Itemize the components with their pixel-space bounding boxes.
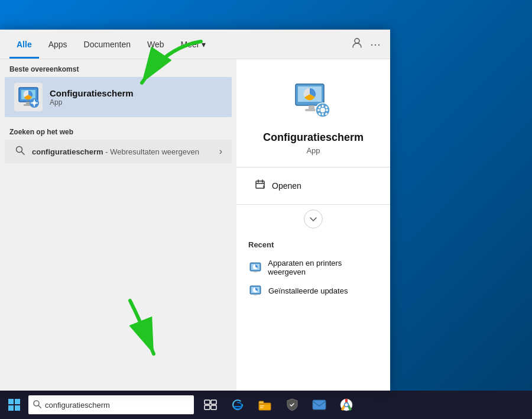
- windows-icon: [8, 399, 20, 411]
- svg-rect-25: [317, 109, 320, 111]
- expand-button[interactable]: [304, 210, 323, 228]
- svg-rect-39: [254, 294, 257, 295]
- svg-rect-47: [211, 405, 216, 410]
- recent-item-2-icon: [248, 283, 262, 298]
- tabs-right: ⋯: [351, 37, 381, 51]
- desktop: Alle Apps Documenten Web Meer ▾: [0, 0, 532, 419]
- right-app-icon: [290, 77, 337, 124]
- taskbar-search-icon: [33, 400, 41, 410]
- web-search-rest: - Webresultaten weergeven: [103, 147, 199, 156]
- start-button[interactable]: [0, 391, 28, 419]
- svg-rect-51: [260, 407, 263, 408]
- mail-button[interactable]: [307, 393, 331, 417]
- right-panel-actions: Openen: [236, 167, 390, 205]
- right-panel-top: Configuratiescherm App: [236, 59, 390, 167]
- recent-item-1-icon: [248, 260, 262, 275]
- more-options-icon[interactable]: ⋯: [370, 38, 381, 51]
- recent-item-1-label: Apparaten en printers weergeven: [268, 259, 378, 276]
- left-panel: Beste overeenkomst: [0, 59, 236, 391]
- app-icon-wrapper: [14, 83, 43, 111]
- security-button[interactable]: [280, 393, 304, 417]
- app-title: Configuratiescherm: [50, 88, 134, 98]
- web-section-header: Zoeken op het web: [0, 122, 236, 140]
- svg-rect-44: [205, 400, 210, 404]
- svg-line-43: [38, 405, 41, 408]
- best-match-header: Beste overeenkomst: [0, 59, 236, 77]
- svg-rect-46: [205, 405, 210, 410]
- taskview-button[interactable]: [199, 393, 222, 417]
- taskview-icon: [204, 399, 217, 410]
- svg-point-8: [33, 101, 36, 105]
- svg-rect-24: [322, 113, 324, 115]
- recent-item-1[interactable]: Apparaten en printers weergeven: [248, 255, 378, 280]
- chrome-button[interactable]: [335, 393, 358, 417]
- right-app-type: App: [306, 146, 320, 155]
- svg-rect-12: [36, 102, 38, 104]
- svg-rect-10: [34, 105, 35, 107]
- svg-rect-35: [254, 271, 257, 272]
- open-label: Openen: [272, 181, 301, 191]
- security-icon: [286, 398, 298, 411]
- taskbar-search-bar[interactable]: [28, 395, 194, 414]
- chevron-down-icon: [309, 214, 318, 224]
- search-content: Beste overeenkomst: [0, 59, 390, 391]
- tab-apps[interactable]: Apps: [41, 30, 74, 59]
- svg-rect-49: [259, 401, 264, 404]
- web-search-icon: [14, 146, 26, 157]
- search-popup: Alle Apps Documenten Web Meer ▾: [0, 30, 390, 391]
- recent-item-2-label: Geïnstalleerde updates: [268, 286, 348, 295]
- best-match-item[interactable]: Configuratiescherm App: [5, 77, 232, 117]
- svg-rect-31: [256, 181, 264, 188]
- right-panel-recent: Recent Apparaten en printers weergev: [236, 233, 390, 308]
- svg-rect-26: [326, 109, 328, 111]
- taskbar-search-input[interactable]: [45, 401, 189, 410]
- svg-point-0: [355, 38, 359, 43]
- recent-item-2[interactable]: Geïnstalleerde updates: [248, 280, 378, 301]
- mail-icon: [312, 399, 326, 410]
- open-button[interactable]: Openen: [248, 175, 378, 197]
- svg-point-57: [345, 404, 348, 407]
- edge-icon: [231, 398, 244, 411]
- best-match-info: Configuratiescherm App: [50, 88, 134, 107]
- tab-documenten[interactable]: Documenten: [77, 30, 138, 59]
- web-search-bold: configuratiescherm: [32, 147, 103, 156]
- app-type: App: [50, 98, 134, 107]
- web-section: Zoeken op het web configuratiescherm - W…: [0, 122, 236, 163]
- tab-alle[interactable]: Alle: [9, 30, 39, 59]
- control-panel-icon: [14, 83, 43, 111]
- svg-rect-45: [211, 400, 216, 404]
- svg-line-14: [22, 152, 25, 155]
- profile-icon[interactable]: [351, 37, 363, 51]
- open-icon: [255, 179, 266, 192]
- search-tabs: Alle Apps Documenten Web Meer ▾: [0, 30, 390, 59]
- web-search-text: configuratiescherm - Webresultaten weerg…: [32, 147, 213, 156]
- right-app-title: Configuratiescherm: [263, 131, 364, 144]
- svg-rect-50: [260, 405, 264, 407]
- chrome-icon: [340, 398, 353, 411]
- explorer-icon: [258, 399, 272, 411]
- svg-rect-23: [322, 105, 324, 107]
- svg-rect-9: [34, 99, 35, 101]
- explorer-button[interactable]: [253, 393, 277, 417]
- svg-point-22: [320, 108, 325, 112]
- svg-rect-52: [313, 400, 326, 410]
- taskbar: [0, 391, 532, 419]
- web-search-item[interactable]: configuratiescherm - Webresultaten weerg…: [5, 140, 232, 163]
- web-arrow-icon: ›: [219, 146, 222, 157]
- edge-button[interactable]: [226, 393, 249, 417]
- tab-web[interactable]: Web: [140, 30, 171, 59]
- tabs-left: Alle Apps Documenten Web Meer ▾: [9, 30, 213, 59]
- tab-meer[interactable]: Meer ▾: [174, 30, 213, 59]
- svg-rect-11: [31, 102, 33, 104]
- taskbar-icons: [199, 393, 358, 417]
- expand-section: [236, 205, 390, 233]
- svg-rect-19: [309, 105, 314, 109]
- right-panel: Configuratiescherm App: [236, 59, 390, 391]
- recent-header: Recent: [248, 240, 378, 249]
